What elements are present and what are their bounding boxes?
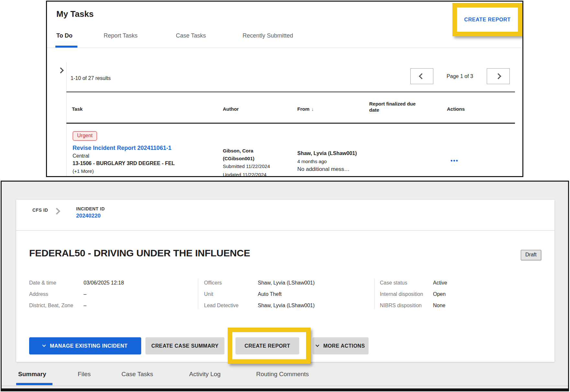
column-header-author[interactable]: Author [223,106,239,112]
incident-card: CFS ID INCIDENT ID 20240220 FEDERAL50 - … [16,200,554,362]
chevron-down-icon [316,343,319,347]
row-more-options-icon[interactable]: ••• [450,157,459,164]
tab-case-tasks[interactable]: Case Tasks [121,371,153,378]
page-title: My Tasks [56,9,94,19]
meta-value-case-status: Active [433,280,447,286]
breadcrumb-incident-id-link[interactable]: 20240220 [76,213,101,219]
tab-to-do[interactable]: To Do [56,32,73,39]
submitted-date: Submitted 11/22/2024 [223,163,270,169]
previous-page-button[interactable] [410,68,433,84]
tab-routing-comments[interactable]: Routing Comments [256,371,309,378]
my-tasks-panel: My Tasks CREATE REPORT To Do Report Task… [46,1,523,177]
breadcrumb-divider [16,230,554,231]
tab-report-tasks[interactable]: Report Tasks [104,32,138,39]
meta-label-unit: Unit [204,291,213,297]
screenshot-root: My Tasks CREATE REPORT To Do Report Task… [0,0,570,392]
from-age: 4 months ago [297,159,327,164]
column-header-from-label: From [297,106,310,112]
column-header-from[interactable]: From↓ [297,106,314,112]
meta-label-address: Address [29,291,48,297]
page-indicator: Page 1 of 3 [439,73,481,79]
column-header-task[interactable]: Task [72,106,83,112]
task-location: Central [73,153,89,159]
from-name: Shaw, Lyvia (LShaw001) [297,151,357,156]
column-header-actions: Actions [447,106,465,112]
create-case-summary-button[interactable]: CREATE CASE SUMMARY [145,337,224,354]
more-actions-label: MORE ACTIONS [323,343,365,349]
chevron-right-icon [495,73,501,79]
create-report-highlight-annotation: CREATE REPORT [452,3,522,36]
results-count: 1-10 of 27 results [71,75,111,81]
author-name: Gibson, Cora [223,148,253,153]
table-header-top-border [66,92,515,92]
active-tab-indicator [16,383,52,385]
updated-date: Updated 11/22/2024 [223,172,267,177]
meta-label-case-status: Case status [380,280,407,286]
expand-filter-panel-icon[interactable] [58,67,63,73]
tabs-divider [47,48,522,48]
from-message: No additional mess… [297,166,350,173]
meta-value-internal-disposition: Open [433,291,446,297]
next-page-button[interactable] [487,68,510,84]
breadcrumb-cfs-id: CFS ID [32,207,48,213]
meta-divider [198,278,198,309]
meta-value-address: – [84,291,86,297]
tabs-divider [2,386,568,386]
incident-title: FEDERAL50 - DRIVING UNDER THE INFLUENCE [29,248,250,259]
sort-descending-icon: ↓ [312,106,314,112]
meta-value-district-beat-zone: – [84,303,86,308]
table-header-bottom-border [66,123,515,124]
create-report-highlight-annotation [228,328,311,364]
author-id: (CGibson001) [223,156,255,161]
meta-label-district-beat-zone: District, Beat, Zone [29,303,73,308]
status-badge: Draft [521,250,541,260]
tab-files[interactable]: Files [78,371,91,378]
more-actions-button[interactable]: MORE ACTIONS [313,337,369,354]
tab-recently-submitted[interactable]: Recently Submitted [243,32,293,39]
meta-value-nibrs-disposition: None [433,303,445,308]
chevron-left-icon [419,73,425,79]
incident-detail-panel: CFS ID INCIDENT ID 20240220 FEDERAL50 - … [1,181,569,391]
meta-label-nibrs-disposition: NIBRS disposition [380,303,422,308]
manage-existing-incident-label: MANAGE EXISTING INCIDENT [50,343,128,349]
task-link[interactable]: Revise Incident Report 202411061-1 [73,145,171,151]
breadcrumb-incident-id-label: INCIDENT ID [76,206,105,211]
task-offense: 13-1506 - BURGLARY 3RD DEGREE - FEL [73,161,175,166]
urgent-badge: Urgent [73,131,97,141]
tab-activity-log[interactable]: Activity Log [189,371,221,378]
meta-value-officers: Shaw, Lyvia (LShaw001) [258,280,315,286]
meta-value-lead-detective: Shaw, Lyvia (LShaw001) [258,303,315,308]
meta-value-unit: Auto Theft [258,291,282,297]
meta-label-internal-disposition: Internal disposition [380,291,423,297]
manage-existing-incident-button[interactable]: MANAGE EXISTING INCIDENT [29,337,141,354]
meta-label-date-time: Date & time [29,280,56,286]
breadcrumb-chevron-icon [53,208,60,215]
column-header-report-finalized-due-date[interactable]: Report finalized due date [369,101,426,113]
meta-label-lead-detective: Lead Detective [204,303,239,308]
meta-label-officers: Officers [204,280,222,286]
tab-case-tasks[interactable]: Case Tasks [176,32,206,39]
meta-divider [374,278,375,309]
create-report-button[interactable]: CREATE REPORT [460,14,515,26]
tab-summary[interactable]: Summary [18,371,46,378]
meta-value-date-time: 03/06/2025 12:18 [84,280,124,286]
filter-results-divider [66,62,67,176]
chevron-down-icon [42,343,46,347]
task-more-offenses[interactable]: (+1 More) [73,168,94,174]
